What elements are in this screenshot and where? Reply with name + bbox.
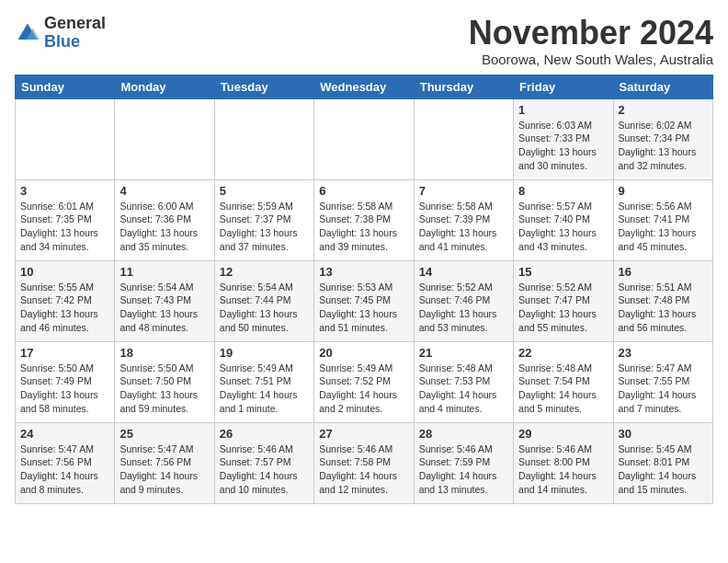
calendar-cell: 24Sunrise: 5:47 AMSunset: 7:56 PMDayligh… xyxy=(16,422,115,503)
day-detail: Sunrise: 5:57 AMSunset: 7:40 PMDaylight:… xyxy=(518,200,608,254)
day-number: 24 xyxy=(20,427,109,441)
day-number: 28 xyxy=(419,427,508,441)
day-number: 12 xyxy=(220,265,309,279)
day-number: 8 xyxy=(518,184,608,198)
day-number: 21 xyxy=(419,346,508,360)
day-detail: Sunrise: 5:47 AMSunset: 7:56 PMDaylight:… xyxy=(20,442,109,497)
day-detail: Sunrise: 5:46 AMSunset: 8:00 PMDaylight:… xyxy=(518,442,608,497)
weekday-monday: Monday xyxy=(115,75,214,98)
calendar-cell: 5Sunrise: 5:59 AMSunset: 7:37 PMDaylight… xyxy=(214,179,313,260)
calendar-cell: 23Sunrise: 5:47 AMSunset: 7:55 PMDayligh… xyxy=(613,341,712,422)
calendar-cell: 14Sunrise: 5:52 AMSunset: 7:46 PMDayligh… xyxy=(414,260,513,341)
weekday-thursday: Thursday xyxy=(414,75,513,98)
day-number: 19 xyxy=(220,346,309,360)
day-number: 26 xyxy=(220,427,309,441)
month-title: November 2024 xyxy=(469,15,713,52)
logo-icon xyxy=(15,20,40,46)
day-number: 2 xyxy=(619,103,708,117)
day-detail: Sunrise: 5:52 AMSunset: 7:47 PMDaylight:… xyxy=(518,281,608,335)
day-number: 23 xyxy=(619,346,708,360)
day-number: 22 xyxy=(518,346,608,360)
calendar-cell: 22Sunrise: 5:48 AMSunset: 7:54 PMDayligh… xyxy=(514,341,613,422)
weekday-saturday: Saturday xyxy=(613,75,712,98)
day-number: 25 xyxy=(119,427,209,441)
day-number: 27 xyxy=(319,427,408,441)
location-subtitle: Boorowa, New South Wales, Australia xyxy=(469,52,713,67)
day-detail: Sunrise: 5:47 AMSunset: 7:56 PMDaylight:… xyxy=(119,442,209,497)
calendar-cell: 13Sunrise: 5:53 AMSunset: 7:45 PMDayligh… xyxy=(314,260,414,341)
day-number: 7 xyxy=(419,184,508,198)
weekday-header-row: SundayMondayTuesdayWednesdayThursdayFrid… xyxy=(16,75,713,98)
day-number: 15 xyxy=(518,265,608,279)
day-number: 3 xyxy=(20,184,109,198)
calendar-cell: 21Sunrise: 5:48 AMSunset: 7:53 PMDayligh… xyxy=(414,341,513,422)
day-number: 6 xyxy=(319,184,408,198)
calendar-cell: 9Sunrise: 5:56 AMSunset: 7:41 PMDaylight… xyxy=(613,179,712,260)
day-detail: Sunrise: 5:49 AMSunset: 7:51 PMDaylight:… xyxy=(220,362,309,416)
header: General Blue November 2024 Boorowa, New … xyxy=(15,15,713,67)
day-detail: Sunrise: 5:48 AMSunset: 7:54 PMDaylight:… xyxy=(518,362,608,416)
calendar-cell: 27Sunrise: 5:46 AMSunset: 7:58 PMDayligh… xyxy=(314,422,414,503)
calendar-cell xyxy=(16,98,115,179)
calendar-cell: 26Sunrise: 5:46 AMSunset: 7:57 PMDayligh… xyxy=(214,422,313,503)
calendar-cell: 18Sunrise: 5:50 AMSunset: 7:50 PMDayligh… xyxy=(115,341,214,422)
day-detail: Sunrise: 5:46 AMSunset: 7:57 PMDaylight:… xyxy=(220,442,309,497)
calendar-cell: 3Sunrise: 6:01 AMSunset: 7:35 PMDaylight… xyxy=(16,179,115,260)
day-number: 9 xyxy=(619,184,708,198)
day-detail: Sunrise: 5:50 AMSunset: 7:50 PMDaylight:… xyxy=(119,362,209,416)
day-detail: Sunrise: 5:46 AMSunset: 7:59 PMDaylight:… xyxy=(419,442,508,497)
calendar-cell: 25Sunrise: 5:47 AMSunset: 7:56 PMDayligh… xyxy=(115,422,214,503)
calendar-cell: 8Sunrise: 5:57 AMSunset: 7:40 PMDaylight… xyxy=(514,179,613,260)
calendar-week-row: 17Sunrise: 5:50 AMSunset: 7:49 PMDayligh… xyxy=(16,341,713,422)
calendar-cell: 17Sunrise: 5:50 AMSunset: 7:49 PMDayligh… xyxy=(16,341,115,422)
day-detail: Sunrise: 5:53 AMSunset: 7:45 PMDaylight:… xyxy=(319,281,408,335)
calendar-cell: 4Sunrise: 6:00 AMSunset: 7:36 PMDaylight… xyxy=(115,179,214,260)
calendar-cell: 6Sunrise: 5:58 AMSunset: 7:38 PMDaylight… xyxy=(314,179,414,260)
day-detail: Sunrise: 5:51 AMSunset: 7:48 PMDaylight:… xyxy=(619,281,708,335)
day-detail: Sunrise: 5:48 AMSunset: 7:53 PMDaylight:… xyxy=(419,362,508,416)
logo-general: General xyxy=(44,14,106,32)
title-block: November 2024 Boorowa, New South Wales, … xyxy=(469,15,713,67)
day-number: 1 xyxy=(518,103,608,117)
weekday-friday: Friday xyxy=(514,75,613,98)
weekday-sunday: Sunday xyxy=(16,75,115,98)
day-detail: Sunrise: 6:01 AMSunset: 7:35 PMDaylight:… xyxy=(20,200,109,254)
day-number: 14 xyxy=(419,265,508,279)
calendar-cell: 10Sunrise: 5:55 AMSunset: 7:42 PMDayligh… xyxy=(16,260,115,341)
day-detail: Sunrise: 6:02 AMSunset: 7:34 PMDaylight:… xyxy=(619,119,708,173)
calendar-table: SundayMondayTuesdayWednesdayThursdayFrid… xyxy=(15,75,713,504)
calendar-cell xyxy=(414,98,513,179)
calendar-cell: 30Sunrise: 5:45 AMSunset: 8:01 PMDayligh… xyxy=(613,422,712,503)
day-number: 29 xyxy=(518,427,608,441)
day-number: 4 xyxy=(119,184,209,198)
calendar-cell: 15Sunrise: 5:52 AMSunset: 7:47 PMDayligh… xyxy=(514,260,613,341)
day-detail: Sunrise: 5:47 AMSunset: 7:55 PMDaylight:… xyxy=(619,362,708,416)
calendar-week-row: 3Sunrise: 6:01 AMSunset: 7:35 PMDaylight… xyxy=(16,179,713,260)
day-number: 20 xyxy=(319,346,408,360)
day-detail: Sunrise: 5:52 AMSunset: 7:46 PMDaylight:… xyxy=(419,281,508,335)
calendar-cell: 12Sunrise: 5:54 AMSunset: 7:44 PMDayligh… xyxy=(214,260,313,341)
day-detail: Sunrise: 5:45 AMSunset: 8:01 PMDaylight:… xyxy=(619,442,708,497)
calendar-week-row: 10Sunrise: 5:55 AMSunset: 7:42 PMDayligh… xyxy=(16,260,713,341)
calendar-cell: 2Sunrise: 6:02 AMSunset: 7:34 PMDaylight… xyxy=(613,98,712,179)
calendar-cell: 11Sunrise: 5:54 AMSunset: 7:43 PMDayligh… xyxy=(115,260,214,341)
day-detail: Sunrise: 5:50 AMSunset: 7:49 PMDaylight:… xyxy=(20,362,109,416)
calendar-cell: 20Sunrise: 5:49 AMSunset: 7:52 PMDayligh… xyxy=(314,341,414,422)
logo-text: General Blue xyxy=(44,15,106,52)
day-number: 11 xyxy=(119,265,209,279)
calendar-cell: 28Sunrise: 5:46 AMSunset: 7:59 PMDayligh… xyxy=(414,422,513,503)
day-detail: Sunrise: 5:54 AMSunset: 7:44 PMDaylight:… xyxy=(220,281,309,335)
calendar-cell xyxy=(115,98,214,179)
day-detail: Sunrise: 5:54 AMSunset: 7:43 PMDaylight:… xyxy=(119,281,209,335)
calendar-cell: 16Sunrise: 5:51 AMSunset: 7:48 PMDayligh… xyxy=(613,260,712,341)
logo-blue: Blue xyxy=(44,32,80,51)
day-detail: Sunrise: 5:56 AMSunset: 7:41 PMDaylight:… xyxy=(619,200,708,254)
day-detail: Sunrise: 5:58 AMSunset: 7:38 PMDaylight:… xyxy=(319,200,408,254)
day-number: 18 xyxy=(119,346,209,360)
weekday-wednesday: Wednesday xyxy=(314,75,414,98)
day-number: 13 xyxy=(319,265,408,279)
day-number: 16 xyxy=(619,265,708,279)
calendar-cell: 7Sunrise: 5:58 AMSunset: 7:39 PMDaylight… xyxy=(414,179,513,260)
calendar-cell: 29Sunrise: 5:46 AMSunset: 8:00 PMDayligh… xyxy=(514,422,613,503)
day-detail: Sunrise: 6:00 AMSunset: 7:36 PMDaylight:… xyxy=(119,200,209,254)
